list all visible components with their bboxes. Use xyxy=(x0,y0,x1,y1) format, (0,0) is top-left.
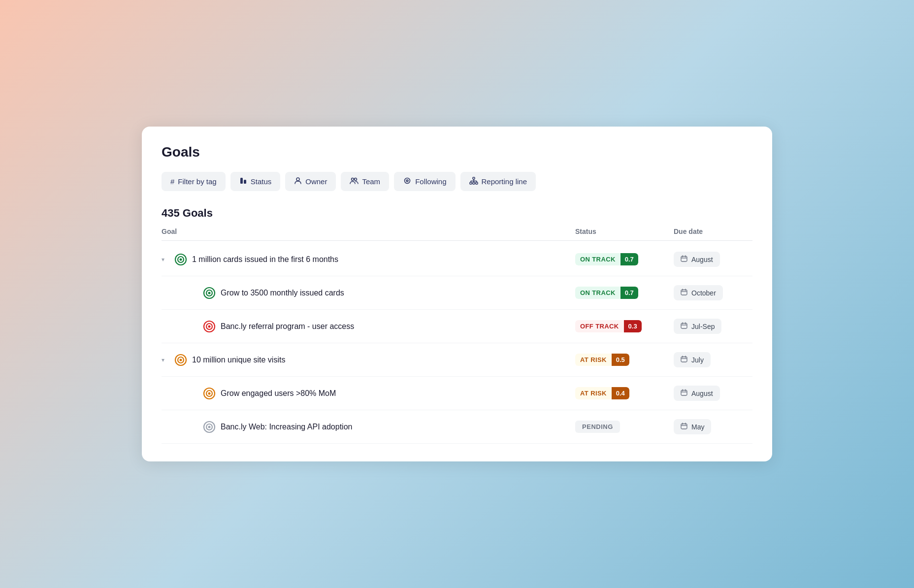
goals-list: ▾ 1 million cards issued in the first 6 … xyxy=(162,243,752,444)
col-due-header: Due date xyxy=(674,228,752,235)
svg-rect-11 xyxy=(476,182,478,184)
goal-name-cell: ▾ Grow to 3500 monthly issued cards xyxy=(162,287,575,299)
status-score: 0.4 xyxy=(612,387,629,399)
due-date-button[interactable]: May xyxy=(674,419,711,434)
following-filter-button[interactable]: Following xyxy=(394,172,455,191)
goal-icon xyxy=(203,320,216,333)
svg-rect-0 xyxy=(240,178,243,184)
col-goal-header: Goal xyxy=(162,228,575,235)
table-header: Goal Status Due date xyxy=(162,228,752,241)
svg-point-47 xyxy=(208,392,211,394)
due-date-button[interactable]: August xyxy=(674,386,720,401)
owner-filter-button[interactable]: Owner xyxy=(285,172,336,191)
table-row: ▾ Grow to 3500 monthly issued cards ON T… xyxy=(162,276,752,310)
status-badge: AT RISK 0.4 xyxy=(575,387,629,399)
due-date-text: October xyxy=(691,289,716,297)
svg-rect-41 xyxy=(681,357,687,362)
goal-icon xyxy=(174,253,187,266)
status-cell: ON TRACK 0.7 xyxy=(575,287,674,299)
filter-by-tag-button[interactable]: # Filter by tag xyxy=(162,172,226,191)
svg-rect-20 xyxy=(681,257,687,262)
status-badge: ON TRACK 0.7 xyxy=(575,253,638,265)
status-label: ON TRACK xyxy=(575,253,620,265)
due-date-cell: August xyxy=(674,386,752,401)
reporting-line-filter-button[interactable]: Reporting line xyxy=(460,172,536,191)
due-date-button[interactable]: October xyxy=(674,285,723,300)
goal-name-cell: ▾ Grow engaged users >80% MoM xyxy=(162,387,575,400)
goal-name-cell: ▾ 10 million unique site visits xyxy=(162,354,575,366)
filter-bar: # Filter by tag Status Owner xyxy=(162,172,752,191)
status-badge: PENDING xyxy=(575,421,620,433)
due-date-button[interactable]: July xyxy=(674,352,711,367)
status-label: AT RISK xyxy=(575,354,612,366)
table-row: ▾ Banc.ly referral program - user access… xyxy=(162,310,752,343)
status-badge: AT RISK 0.5 xyxy=(575,354,629,366)
due-date-cell: Jul-Sep xyxy=(674,319,752,334)
due-date-button[interactable]: August xyxy=(674,252,720,267)
goal-icon xyxy=(174,354,187,366)
goal-text: Banc.ly Web: Increasing API adoption xyxy=(221,423,352,431)
goal-icon xyxy=(203,287,216,299)
goal-text: Banc.ly referral program - user access xyxy=(221,322,354,331)
svg-rect-55 xyxy=(681,424,687,429)
svg-point-33 xyxy=(208,325,211,327)
goals-count: 435 Goals xyxy=(162,207,752,220)
team-icon xyxy=(350,177,359,186)
calendar-icon xyxy=(681,356,687,364)
chevron-icon: ▾ xyxy=(162,357,169,363)
status-icon xyxy=(239,177,247,186)
due-date-text: August xyxy=(691,390,713,397)
svg-point-2 xyxy=(296,178,299,181)
svg-rect-48 xyxy=(681,391,687,396)
calendar-icon xyxy=(681,322,687,330)
status-badge: ON TRACK 0.7 xyxy=(575,287,638,299)
status-label: ON TRACK xyxy=(575,287,620,299)
svg-point-54 xyxy=(208,425,211,428)
owner-icon xyxy=(294,177,302,186)
chevron-icon: ▾ xyxy=(162,256,169,263)
hash-icon: # xyxy=(170,177,174,186)
status-label: AT RISK xyxy=(575,387,612,399)
svg-point-7 xyxy=(407,180,408,181)
svg-point-19 xyxy=(180,258,182,261)
svg-rect-8 xyxy=(473,177,475,179)
due-date-button[interactable]: Jul-Sep xyxy=(674,319,721,334)
due-date-cell: October xyxy=(674,285,752,300)
status-cell: PENDING xyxy=(575,421,674,433)
reporting-line-icon xyxy=(469,177,478,186)
due-date-cell: July xyxy=(674,352,752,367)
goal-name-cell: ▾ Banc.ly referral program - user access xyxy=(162,320,575,333)
status-filter-button[interactable]: Status xyxy=(230,172,281,191)
goal-text: Grow to 3500 monthly issued cards xyxy=(221,289,344,297)
status-score: 0.5 xyxy=(612,354,629,366)
table-row: ▾ Grow engaged users >80% MoM AT RISK 0.… xyxy=(162,377,752,410)
table-row: ▾ Banc.ly Web: Increasing API adoption P… xyxy=(162,410,752,444)
col-status-header: Status xyxy=(575,228,674,235)
following-icon xyxy=(403,177,412,186)
page-title: Goals xyxy=(162,144,752,160)
goal-name-cell: ▾ Banc.ly Web: Increasing API adoption xyxy=(162,421,575,433)
goal-text: Grow engaged users >80% MoM xyxy=(221,389,336,398)
svg-rect-10 xyxy=(473,182,475,184)
status-label: OFF TRACK xyxy=(575,320,624,332)
due-date-cell: August xyxy=(674,252,752,267)
svg-point-4 xyxy=(355,178,357,181)
svg-rect-1 xyxy=(244,180,246,184)
table-row: ▾ 1 million cards issued in the first 6 … xyxy=(162,243,752,276)
status-cell: AT RISK 0.5 xyxy=(575,354,674,366)
status-score: 0.7 xyxy=(620,253,638,265)
due-date-cell: May xyxy=(674,419,752,434)
calendar-icon xyxy=(681,255,687,263)
team-filter-button[interactable]: Team xyxy=(341,172,389,191)
goal-name-cell: ▾ 1 million cards issued in the first 6 … xyxy=(162,253,575,266)
due-date-text: May xyxy=(691,423,704,431)
svg-rect-34 xyxy=(681,324,687,329)
goal-text: 10 million unique site visits xyxy=(192,356,285,364)
status-score: 0.3 xyxy=(624,320,642,332)
goal-text: 1 million cards issued in the first 6 mo… xyxy=(192,255,338,264)
svg-point-3 xyxy=(352,178,354,181)
svg-point-26 xyxy=(208,292,211,294)
calendar-icon xyxy=(681,289,687,297)
status-score: 0.7 xyxy=(620,287,638,299)
status-badge: OFF TRACK 0.3 xyxy=(575,320,642,332)
